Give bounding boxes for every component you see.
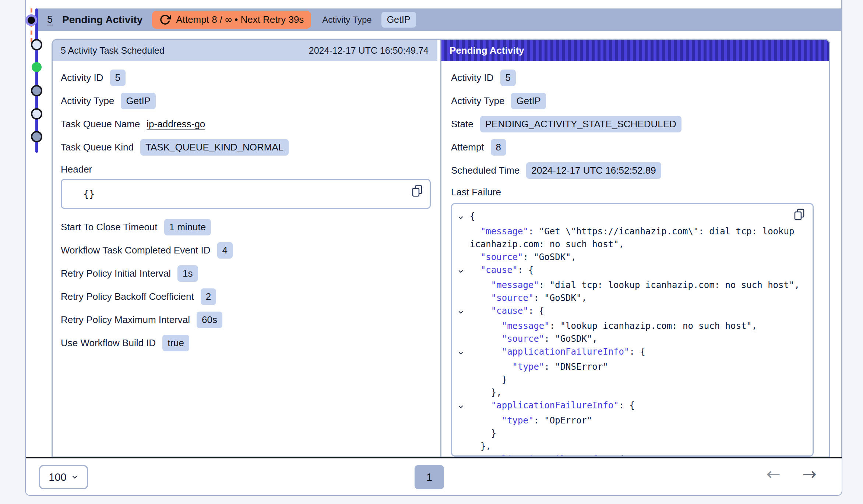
timeline-pending-activity-dot[interactable] xyxy=(25,14,37,26)
field-label: Activity ID xyxy=(61,72,103,84)
field-label: Retry Policy Maximum Interval xyxy=(61,314,190,326)
field-label: Use Workflow Build ID xyxy=(61,337,156,349)
field-value-badge: 2 xyxy=(201,288,216,305)
json-line: "type": "DNSError" xyxy=(457,361,802,373)
field-value-badge: TASK_QUEUE_KIND_NORMAL xyxy=(140,139,289,156)
field-row: Workflow Task Completed Event ID 4 xyxy=(61,242,432,259)
header-payload-box: {} xyxy=(61,179,431,209)
json-line: } xyxy=(457,373,802,386)
scheduled-event-title: 5 Activity Task Scheduled xyxy=(61,45,165,56)
field-value-badge: 60s xyxy=(197,312,222,328)
json-text: "type": "DNSError" xyxy=(470,361,802,373)
field-label: Activity ID xyxy=(451,72,494,84)
pending-activity-title: Pending Activity xyxy=(450,45,524,56)
field-value-badge: true xyxy=(162,335,189,351)
page-size-value: 100 xyxy=(49,471,66,483)
collapse-chevron-icon[interactable] xyxy=(457,399,470,414)
page-size-select[interactable]: 100 xyxy=(39,465,88,489)
previous-page-button[interactable]: ← xyxy=(764,464,783,484)
pagination-bar: 100 1 ← → xyxy=(26,457,842,495)
timeline-event-dot-3[interactable] xyxy=(31,85,42,96)
json-line: { xyxy=(457,210,802,225)
activity-type-badge: GetIP xyxy=(381,12,416,28)
field-row: Retry Policy Backoff Coefficient 2 xyxy=(61,288,432,305)
json-gutter xyxy=(457,373,470,386)
json-gutter xyxy=(457,333,470,345)
scheduled-event-fields: Activity ID 5 Activity Type GetIP Task Q… xyxy=(53,61,440,352)
collapse-chevron-icon[interactable] xyxy=(457,305,470,320)
field-row: Activity ID 5 xyxy=(451,69,820,86)
json-gutter xyxy=(457,440,470,453)
field-row: Retry Policy Maximum Interval 60s xyxy=(61,311,432,329)
field-label: Task Queue Kind xyxy=(61,142,134,153)
collapse-chevron-icon[interactable] xyxy=(457,264,470,279)
json-gutter xyxy=(457,225,470,251)
pending-activity-header-bar: 5 Pending Activity Attempt 8 / ∞ • Next … xyxy=(38,8,841,31)
json-text: "cause": { xyxy=(470,305,802,320)
activity-task-scheduled-panel: 5 Activity Task Scheduled 2024-12-17 UTC… xyxy=(53,40,441,457)
field-row: Start To Close Timeout 1 minute xyxy=(61,219,432,236)
pending-activity-panel: Pending Activity Activity ID 5 Activity … xyxy=(441,40,829,457)
copy-header-button[interactable] xyxy=(411,184,424,198)
json-line: } xyxy=(457,427,802,440)
json-line: "applicationFailureInfo": { xyxy=(457,345,802,361)
field-row: Task Queue Name ip-address-go xyxy=(61,116,432,133)
json-text: "source": "GoSDK", xyxy=(470,333,802,345)
field-value-badge: 1s xyxy=(177,265,198,282)
json-line: "cause": { xyxy=(457,305,802,320)
field-row: Activity ID 5 xyxy=(61,69,432,86)
json-gutter xyxy=(457,386,470,399)
json-line: "source": "GoSDK", xyxy=(457,292,802,305)
json-text: "message": "dial tcp: lookup icanhazip.c… xyxy=(470,279,802,292)
json-text: "source": "GoSDK", xyxy=(470,251,802,264)
json-line: "message": "Get \"https://icanhazip.com\… xyxy=(457,225,802,251)
field-row: Scheduled Time 2024-12-17 UTC 16:52:52.8… xyxy=(451,162,820,179)
field-row: Retry Policy Initial Interval 1s xyxy=(61,265,432,282)
collapse-chevron-icon[interactable] xyxy=(457,345,470,361)
field-label: State xyxy=(451,118,473,130)
timeline-pending-dashed-line xyxy=(31,8,32,45)
header-payload-value: {} xyxy=(83,188,95,199)
collapse-chevron-icon[interactable] xyxy=(457,210,470,225)
task-queue-link[interactable]: ip-address-go xyxy=(147,118,205,130)
field-value-badge: PENDING_ACTIVITY_STATE_SCHEDULED xyxy=(480,116,681,132)
event-detail-card: 5 Activity Task Scheduled 2024-12-17 UTC… xyxy=(52,39,830,458)
json-text: "applicationFailureInfo": { xyxy=(470,399,802,414)
json-gutter xyxy=(457,414,470,427)
copy-last-failure-button[interactable] xyxy=(793,208,806,222)
timeline-event-dot-selected[interactable] xyxy=(32,62,42,72)
field-label: Activity Type xyxy=(61,95,114,107)
json-text: }, xyxy=(470,386,802,399)
json-line: "source": "GoSDK", xyxy=(457,333,802,345)
next-page-button[interactable]: → xyxy=(800,464,819,484)
collapse-chevron-icon[interactable] xyxy=(457,453,470,457)
json-line: }, xyxy=(457,440,802,453)
field-row: Activity Type GetIP xyxy=(451,92,820,110)
page-1-button[interactable]: 1 xyxy=(415,465,444,489)
timeline-event-dot-1[interactable] xyxy=(31,39,42,50)
field-value-badge: 8 xyxy=(491,139,506,156)
event-id-link[interactable]: 5 xyxy=(47,14,53,25)
last-failure-label: Last Failure xyxy=(451,187,820,198)
field-label: Retry Policy Backoff Coefficient xyxy=(61,291,194,302)
json-text: "message": "Get \"https://icanhazip.com\… xyxy=(470,225,802,251)
retry-badge-text: Attempt 8 / ∞ • Next Retry 39s xyxy=(176,14,304,25)
timeline-event-dot-4[interactable] xyxy=(31,108,42,120)
field-row: Task Queue Kind TASK_QUEUE_KIND_NORMAL xyxy=(61,139,432,156)
timeline-event-dot-5[interactable] xyxy=(31,131,42,142)
field-value-badge: 5 xyxy=(500,70,516,86)
field-label: Workflow Task Completed Event ID xyxy=(61,245,211,256)
field-value-badge: 2024-12-17 UTC 16:52:52.89 xyxy=(526,162,661,179)
json-text: "source": "GoSDK", xyxy=(470,292,802,305)
json-line: }, xyxy=(457,386,802,399)
retry-icon xyxy=(159,14,171,25)
json-line: "message": "lookup icanhazip.com: no suc… xyxy=(457,320,802,333)
pending-activity-fields: Activity ID 5 Activity Type GetIP State … xyxy=(441,61,829,457)
json-line: "applicationFailureInfo": { xyxy=(457,399,802,414)
field-label: Start To Close Timeout xyxy=(61,221,158,233)
json-line: "type": "OpError" xyxy=(457,414,802,427)
json-text: { xyxy=(470,210,802,225)
scheduled-event-timestamp: 2024-12-17 UTC 16:50:49.74 xyxy=(309,45,429,56)
json-line: "cause": { xyxy=(457,264,802,279)
field-label: Retry Policy Initial Interval xyxy=(61,268,171,279)
